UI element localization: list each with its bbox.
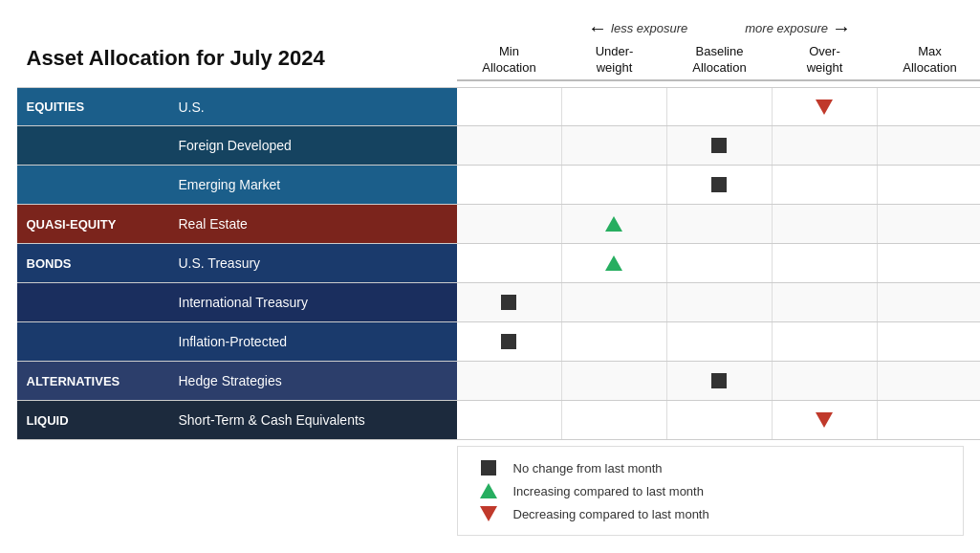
up-arrow-icon — [605, 216, 622, 232]
table-row: QUASI-EQUITYReal Estate — [17, 205, 457, 244]
legend-area: No change from last monthIncreasing comp… — [457, 446, 964, 536]
data-row — [457, 322, 981, 362]
data-cell-min — [457, 322, 562, 361]
more-exposure-label: more exposure — [745, 21, 828, 35]
column-headers: Min Allocation Under- weight Baseline Al… — [457, 44, 981, 82]
data-row — [457, 87, 981, 126]
legend-item: No change from last month — [477, 460, 944, 476]
main-container: Asset Allocation for July 2024 ← less ex… — [8, 8, 973, 546]
table-row: Inflation-Protected — [17, 322, 457, 362]
table-row: Foreign Developed — [17, 126, 457, 166]
square-icon — [711, 138, 727, 153]
category-cell: BONDS — [17, 244, 165, 282]
left-column: EQUITIESU.S.Foreign DevelopedEmerging Ma… — [17, 87, 457, 440]
less-exposure-label: less exposure — [611, 21, 687, 35]
data-cell-max — [878, 88, 981, 125]
data-cell-baseline — [667, 88, 773, 125]
data-cell-max — [878, 244, 981, 282]
data-cell-under — [562, 362, 667, 400]
category-cell: QUASI-EQUITY — [17, 205, 165, 243]
asset-cell: International Treasury — [165, 283, 457, 321]
data-cell-max — [878, 401, 981, 439]
category-cell: ALTERNATIVES — [17, 362, 165, 400]
page-title: Asset Allocation for July 2024 — [17, 17, 457, 71]
data-cell-under — [562, 126, 667, 165]
exposure-bar: ← less exposure more exposure → — [457, 17, 981, 39]
data-cell-baseline — [667, 205, 773, 243]
data-cell-min — [457, 205, 562, 243]
data-row — [457, 362, 981, 401]
data-cell-over — [773, 205, 878, 243]
data-cell-min — [457, 244, 562, 282]
col-header-max: Max Allocation — [878, 44, 981, 77]
asset-cell: Emerging Market — [165, 166, 457, 204]
category-cell — [17, 126, 165, 165]
data-cell-over — [773, 126, 878, 165]
square-icon — [711, 177, 727, 192]
asset-cell: Real Estate — [165, 205, 457, 243]
data-cell-max — [878, 283, 981, 321]
data-row — [457, 401, 981, 440]
col-header-under: Under- weight — [562, 44, 667, 77]
legend-item: Decreasing compared to last month — [477, 506, 944, 521]
data-cell-baseline — [667, 126, 773, 165]
col-header-min: Min Allocation — [457, 44, 562, 77]
data-row — [457, 244, 981, 283]
category-cell: LIQUID — [17, 401, 165, 439]
up-arrow-icon — [480, 483, 497, 498]
data-cell-baseline — [667, 401, 773, 439]
right-arrow-icon: → — [832, 17, 851, 39]
category-cell: EQUITIES — [17, 88, 165, 125]
square-icon — [501, 295, 516, 310]
down-arrow-icon — [816, 100, 833, 115]
data-cell-over — [773, 283, 878, 321]
legend-label: Increasing compared to last month — [513, 484, 704, 498]
down-arrow-icon — [480, 506, 497, 521]
right-column — [457, 87, 981, 440]
data-cell-min — [457, 362, 562, 400]
data-cell-max — [878, 166, 981, 204]
data-cell-under — [562, 322, 667, 361]
data-cell-baseline — [667, 166, 773, 204]
data-row — [457, 166, 981, 205]
col-header-baseline: Baseline Allocation — [667, 44, 773, 77]
data-cell-under — [562, 166, 667, 204]
category-cell — [17, 283, 165, 321]
data-cell-baseline — [667, 322, 773, 361]
title-area: Asset Allocation for July 2024 — [17, 17, 457, 71]
asset-cell: Inflation-Protected — [165, 322, 457, 361]
legend-label: Decreasing compared to last month — [513, 507, 709, 521]
table-row: ALTERNATIVESHedge Strategies — [17, 362, 457, 401]
category-cell — [17, 166, 165, 204]
data-row — [457, 205, 981, 244]
table-row: LIQUIDShort-Term & Cash Equivalents — [17, 401, 457, 440]
data-cell-over — [773, 166, 878, 204]
data-cell-under — [562, 205, 667, 243]
data-row — [457, 283, 981, 322]
data-cell-baseline — [667, 244, 773, 282]
data-cell-min — [457, 88, 562, 125]
data-cell-max — [878, 205, 981, 243]
square-icon — [481, 460, 496, 476]
asset-cell: U.S. — [165, 88, 457, 125]
asset-cell: Hedge Strategies — [165, 362, 457, 400]
data-cell-over — [773, 401, 878, 439]
data-cell-min — [457, 166, 562, 204]
data-cell-min — [457, 126, 562, 165]
legend-symbol — [477, 506, 500, 521]
category-cell — [17, 322, 165, 361]
data-cell-max — [878, 322, 981, 361]
square-icon — [711, 373, 727, 388]
data-cell-over — [773, 244, 878, 282]
legend-label: No change from last month — [513, 461, 663, 476]
legend-symbol — [477, 483, 500, 498]
col-headers-area: ← less exposure more exposure → Min Allo… — [457, 17, 981, 82]
table-body: EQUITIESU.S.Foreign DevelopedEmerging Ma… — [17, 87, 964, 440]
data-cell-over — [773, 362, 878, 400]
data-cell-max — [878, 362, 981, 400]
data-cell-max — [878, 126, 981, 165]
left-arrow-icon: ← — [588, 17, 607, 39]
table-row: BONDSU.S. Treasury — [17, 244, 457, 283]
up-arrow-icon — [605, 255, 622, 271]
data-cell-baseline — [667, 283, 773, 321]
